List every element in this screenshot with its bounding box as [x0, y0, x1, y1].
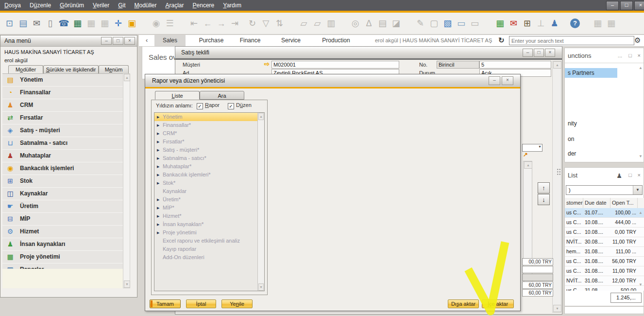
cockpit-tab-service[interactable]: Service [276, 35, 306, 46]
email-icon[interactable]: ✉ [31, 18, 42, 29]
tree-item[interactable]: ▶Satış - müşteri* [154, 146, 258, 154]
function-item[interactable]: s Partners [565, 68, 617, 78]
maximize-icon[interactable]: □ [628, 53, 632, 58]
scroll-down-icon[interactable]: ▼ [639, 282, 643, 287]
quote-close-button[interactable]: × [545, 49, 555, 57]
restore-button[interactable]: □ [620, 1, 633, 10]
tree-expand-icon[interactable]: ▶ [157, 154, 159, 162]
tree-expand-icon[interactable]: ▶ [157, 171, 159, 179]
chat-quote-icon[interactable]: ▭ [469, 18, 480, 29]
refresh-record-icon[interactable]: ↻ [247, 18, 258, 29]
list-filter-dropdown[interactable]: ) ▼ [566, 185, 643, 195]
sidebar-tab-2[interactable]: Menüm [99, 65, 129, 73]
sql-tool-icon[interactable]: ▧ [442, 18, 453, 29]
refresh-icon[interactable]: ↻ [498, 36, 505, 45]
list-row[interactable]: NVİT...31.08....12,00 TRY [565, 276, 644, 286]
maximize-icon[interactable]: □ [628, 172, 632, 178]
cockpit-tab-production[interactable]: Production [316, 35, 356, 46]
menu-item-modüller[interactable]: Modüller [130, 0, 161, 11]
print-preview-icon[interactable]: ⊡ [4, 18, 15, 29]
person-icon[interactable]: ♟ [616, 172, 622, 179]
close-button[interactable]: × [634, 1, 644, 10]
user-icon[interactable]: ♟ [549, 18, 560, 29]
sidebar-tab-0[interactable]: Modüller [8, 65, 43, 73]
tree-expand-icon[interactable]: ▶ [157, 204, 159, 212]
module-item[interactable]: ⊟MİP [2, 213, 123, 226]
list-row[interactable]: us C...31.08....56,00 TRY [565, 257, 644, 266]
customer-field[interactable]: M020001 [271, 61, 399, 69]
calculator-icon[interactable]: ▦ [592, 18, 603, 29]
checkbox-box[interactable]: ✓ [228, 103, 234, 109]
menu-item-veriler[interactable]: Veriler [88, 0, 114, 11]
checkbox-rapor[interactable]: ✓Rapor [197, 102, 220, 109]
tree-item[interactable]: ▶Bankacılık işlemleri* [154, 171, 258, 179]
close-icon[interactable]: × [638, 53, 641, 58]
splitter-grip[interactable] [557, 168, 561, 176]
filter-icon[interactable]: ▽ [260, 18, 271, 29]
tree-scrollbar[interactable]: ▲ ▼ [257, 113, 264, 291]
first-record-icon[interactable]: ⇤ [188, 18, 200, 29]
ledger-icon[interactable]: ▤ [377, 18, 388, 29]
dialog-tab-liste[interactable]: Liste [155, 91, 200, 100]
menu-item-görünüm[interactable]: Görünüm [55, 0, 88, 11]
tree-expand-icon[interactable]: ▶ [157, 162, 159, 171]
chat-icon[interactable]: ▭ [456, 18, 467, 29]
journal-entry-icon[interactable]: Δ [363, 18, 374, 29]
fax-icon[interactable]: ☎ [58, 18, 69, 29]
checklist-icon[interactable]: ☰ [164, 18, 175, 29]
currency-dropdown[interactable]: ▼ [522, 144, 542, 152]
scroll-up-icon[interactable]: ▲ [258, 113, 264, 120]
menu-item-pencere[interactable]: Pencere [188, 0, 219, 11]
module-item[interactable]: ⚙Hizmet [2, 226, 123, 238]
tree-item[interactable]: Kaynaklar [154, 187, 258, 195]
module-item[interactable]: ◉Bankacılık işlemleri [2, 162, 123, 175]
alert-mail-icon[interactable]: ✉ [508, 18, 519, 29]
help-icon[interactable]: ? [570, 18, 580, 28]
column-header[interactable]: Due date [583, 198, 610, 208]
column-header[interactable]: stomer [565, 198, 583, 208]
tamam-button[interactable]: Tamam [150, 299, 181, 308]
yenile-button[interactable]: Yenile [221, 299, 253, 308]
column-header[interactable]: Open T... [610, 198, 638, 208]
module-item[interactable]: ⇄Fırsatlar [2, 112, 123, 124]
tree-item[interactable]: ▶Stok* [154, 179, 258, 187]
menu-item-dosya[interactable]: Dosya [0, 0, 25, 11]
tree-item[interactable]: ▶MİP* [154, 204, 258, 212]
next-record-icon[interactable]: → [216, 18, 227, 29]
tree-item[interactable]: Add-On düzenleri [154, 253, 258, 262]
close-icon[interactable]: × [638, 172, 641, 178]
module-item[interactable]: ♟Muhataplar [2, 150, 123, 162]
more-icon[interactable]: ... [618, 53, 622, 58]
menu-item-araçlar[interactable]: Araçlar [161, 0, 188, 11]
tree-expand-icon[interactable]: ▶ [157, 129, 159, 138]
tree-expand-icon[interactable]: ▶ [157, 121, 159, 129]
checkbox-düzen[interactable]: ✓Düzen [228, 102, 252, 109]
menu-item-yardım[interactable]: Yardım [219, 0, 246, 11]
quote-titlebar[interactable]: Satış teklifi [175, 47, 562, 59]
module-item[interactable]: ⊞Stok [2, 175, 123, 188]
sidebar-scrollbar[interactable]: ▲ ▼ [123, 73, 130, 288]
amount-field[interactable] [522, 266, 553, 273]
row-up-button[interactable]: ↑ [538, 182, 550, 193]
cockpit-tab-purchase[interactable]: Purchase [193, 35, 229, 46]
module-item[interactable]: ⊔Satınalma - satıcı [2, 137, 123, 150]
module-item[interactable]: ▦Proje yönetimi [2, 251, 123, 263]
caret-down-icon[interactable]: ▼ [633, 186, 642, 194]
dialog-tab-ara[interactable]: Ara [200, 91, 244, 100]
tree-item[interactable]: ▶Finansallar* [154, 121, 258, 129]
quote-minimize-button[interactable]: – [523, 49, 533, 57]
module-item[interactable]: ♟İnsan kaynakları [2, 238, 123, 251]
i̇ptal-button[interactable]: İptal [186, 299, 216, 308]
copy-to-icon[interactable]: ▱ [298, 18, 309, 29]
link-arrow-icon[interactable]: ⇨ [264, 60, 270, 68]
tree-item[interactable]: Excel raporu ve etkileşimli analiz [154, 237, 258, 245]
list-row[interactable]: NVİT...30.08....11,00 TRY [565, 237, 644, 247]
last-record-icon[interactable]: ⇥ [229, 18, 240, 29]
export-pdf-icon[interactable]: ▦ [99, 18, 110, 29]
copy-table-icon[interactable]: ▥ [325, 18, 337, 29]
activity-calendar-icon[interactable]: ▦ [494, 18, 506, 29]
panel-minimize-button[interactable]: – [101, 37, 112, 45]
scroll-up-icon[interactable]: ▲ [639, 66, 643, 70]
panel-close-button[interactable]: × [124, 37, 135, 45]
sidebar-tab-1[interactable]: Sürükle ve ilişkilendir [43, 65, 99, 73]
